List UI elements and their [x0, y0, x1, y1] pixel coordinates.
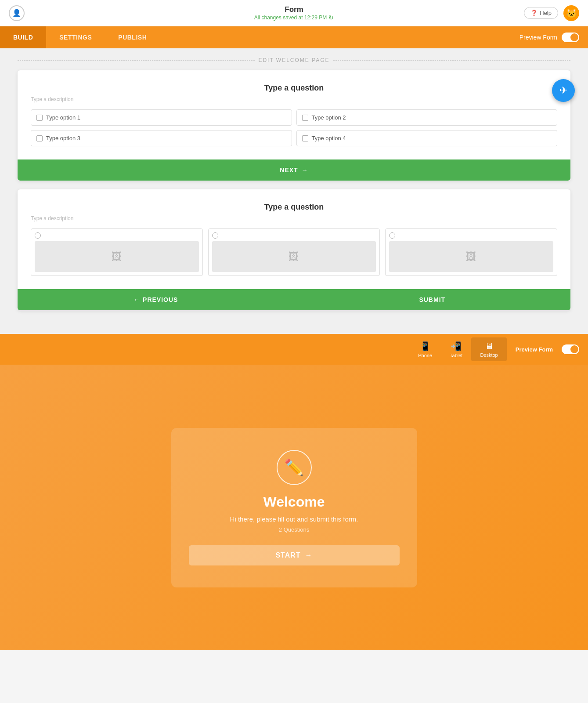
welcome-questions-count: 2 Questions — [189, 526, 400, 533]
option-1-2[interactable]: Type option 2 — [296, 109, 558, 126]
send-icon: ✈ — [559, 85, 567, 96]
image-icon-3: 🖼 — [466, 250, 476, 263]
question-1-desc[interactable]: Type a description — [31, 96, 557, 102]
image-option-2-header — [212, 232, 376, 239]
option-1-1-label: Type option 1 — [46, 114, 80, 121]
image-placeholder-3: 🖼 — [389, 241, 553, 272]
checkbox-1-2[interactable] — [302, 115, 308, 121]
refresh-icon: ↻ — [328, 14, 334, 21]
image-icon-1: 🖼 — [112, 250, 122, 263]
avatar[interactable]: 🐱 — [563, 5, 579, 21]
radio-2-2[interactable] — [212, 232, 218, 239]
tab-publish[interactable]: PUBLISH — [105, 26, 160, 48]
form-card-2-body: Type a question Type a description 🖼 — [18, 189, 570, 289]
image-option-2[interactable]: 🖼 — [208, 228, 380, 276]
welcome-card: ✏️ Welcome Hi there, please fill out and… — [171, 428, 417, 587]
app-title: Form — [254, 5, 334, 14]
question-2-title[interactable]: Type a question — [31, 203, 557, 212]
device-btn-desktop[interactable]: 🖥 Desktop — [471, 337, 506, 361]
option-1-1[interactable]: Type option 1 — [31, 109, 292, 126]
image-placeholder-1: 🖼 — [35, 241, 199, 272]
welcome-icon-circle: ✏️ — [277, 450, 312, 485]
submit-button[interactable]: SUBMIT — [294, 289, 571, 310]
main-area: EDIT WELCOME PAGE Type a question Type a… — [0, 48, 588, 334]
form-card-1-body: Type a question Type a description Type … — [18, 70, 570, 159]
help-circle-icon: ❓ — [530, 10, 537, 16]
bottom-preview-bar: 📱 Phone 📲 Tablet 🖥 Desktop Preview Form — [0, 334, 588, 365]
option-1-4-label: Type option 4 — [312, 135, 346, 141]
checkbox-1-3[interactable] — [36, 135, 43, 141]
help-button[interactable]: ❓ Help — [524, 7, 558, 19]
image-option-3[interactable]: 🖼 — [385, 228, 557, 276]
tab-bar: BUILD SETTINGS PUBLISH Preview Form — [0, 26, 588, 48]
next-button[interactable]: NEXT → — [18, 159, 570, 181]
arrow-left-icon: ← — [133, 296, 140, 303]
welcome-title: Welcome — [189, 494, 400, 510]
option-1-2-label: Type option 2 — [312, 114, 346, 121]
start-button[interactable]: START → — [189, 545, 400, 565]
image-icon-2: 🖼 — [289, 250, 299, 263]
device-options: 📱 Phone 📲 Tablet 🖥 Desktop — [409, 337, 507, 362]
welcome-section: ✏️ Welcome Hi there, please fill out and… — [0, 365, 588, 650]
bottom-toggle-knob — [570, 345, 578, 353]
options-grid-1: Type option 1 Type option 2 Type option … — [31, 109, 557, 146]
tab-settings[interactable]: SETTINGS — [46, 26, 105, 48]
top-nav: 👤 Form All changes saved at 12:29 PM ↻ ❓… — [0, 0, 588, 26]
preview-form-label: Preview Form — [519, 34, 557, 41]
welcome-subtitle: Hi there, please fill out and submit thi… — [189, 515, 400, 523]
option-1-3-label: Type option 3 — [46, 135, 80, 141]
question-1-title[interactable]: Type a question — [31, 83, 557, 93]
option-1-4[interactable]: Type option 4 — [296, 130, 558, 146]
arrow-right-icon: → — [302, 167, 308, 174]
radio-2-1[interactable] — [35, 232, 41, 239]
phone-icon: 📱 — [420, 341, 431, 352]
form-card-1-footer: NEXT → — [18, 159, 570, 181]
form-card-1: Type a question Type a description Type … — [18, 70, 570, 181]
tab-build[interactable]: BUILD — [0, 26, 46, 48]
image-option-3-header — [389, 232, 553, 239]
edit-welcome-label: EDIT WELCOME PAGE — [18, 57, 570, 63]
user-icon[interactable]: 👤 — [9, 5, 25, 21]
device-btn-phone[interactable]: 📱 Phone — [409, 337, 441, 362]
bottom-preview-label: Preview Form — [507, 346, 562, 353]
nav-right: ❓ Help 🐱 — [524, 5, 579, 21]
start-arrow-icon: → — [305, 551, 313, 559]
toggle-knob — [570, 33, 578, 41]
radio-2-3[interactable] — [389, 232, 395, 239]
form-card-2: Type a question Type a description 🖼 — [18, 189, 570, 310]
bottom-preview-toggle[interactable] — [562, 344, 579, 354]
tablet-icon: 📲 — [451, 341, 462, 352]
form-card-2-footer: ← PREVIOUS SUBMIT — [18, 289, 570, 310]
question-2-desc[interactable]: Type a description — [31, 215, 557, 221]
nav-center: Form All changes saved at 12:29 PM ↻ — [254, 5, 334, 21]
pencil-icon: ✏️ — [284, 458, 304, 477]
preview-form-toggle[interactable] — [562, 33, 579, 42]
image-option-1[interactable]: 🖼 — [31, 228, 203, 276]
tab-bar-left: BUILD SETTINGS PUBLISH — [0, 26, 160, 48]
checkbox-1-1[interactable] — [36, 115, 43, 121]
tab-bar-right: Preview Form — [519, 33, 588, 42]
saved-status: All changes saved at 12:29 PM ↻ — [254, 14, 334, 21]
checkbox-1-4[interactable] — [302, 135, 308, 141]
fab-button[interactable]: ✈ — [552, 79, 575, 102]
image-placeholder-2: 🖼 — [212, 241, 376, 272]
image-option-1-header — [35, 232, 199, 239]
desktop-icon: 🖥 — [485, 341, 494, 351]
option-1-3[interactable]: Type option 3 — [31, 130, 292, 146]
device-btn-tablet[interactable]: 📲 Tablet — [441, 337, 471, 362]
previous-button[interactable]: ← PREVIOUS — [18, 289, 294, 310]
image-grid: 🖼 🖼 🖼 — [31, 228, 557, 276]
